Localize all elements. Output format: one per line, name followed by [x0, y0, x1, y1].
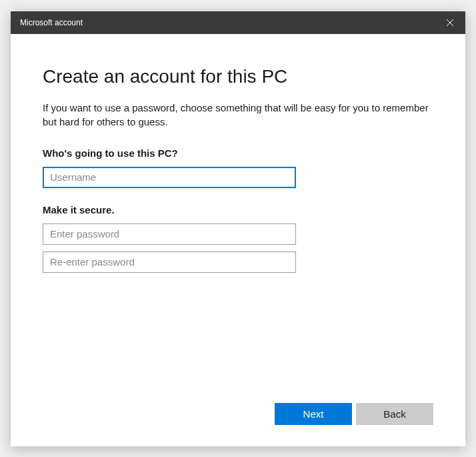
- secure-section-label: Make it secure.: [43, 204, 433, 215]
- footer-buttons: Next Back: [11, 403, 465, 446]
- reenter-password-input[interactable]: [43, 252, 296, 273]
- page-title: Create an account for this PC: [43, 66, 433, 87]
- back-button[interactable]: Back: [356, 403, 433, 425]
- titlebar: Microsoft account: [11, 11, 465, 34]
- account-setup-window: Microsoft account Create an account for …: [11, 11, 465, 446]
- close-icon: [447, 19, 453, 26]
- close-button[interactable]: [435, 11, 465, 34]
- password-input[interactable]: [43, 223, 296, 245]
- window-title: Microsoft account: [20, 18, 83, 27]
- username-input[interactable]: [43, 167, 296, 188]
- next-button[interactable]: Next: [275, 403, 352, 425]
- page-description: If you want to use a password, choose so…: [43, 101, 433, 129]
- content-area: Create an account for this PC If you wan…: [11, 34, 465, 403]
- user-section-label: Who's going to use this PC?: [43, 147, 433, 159]
